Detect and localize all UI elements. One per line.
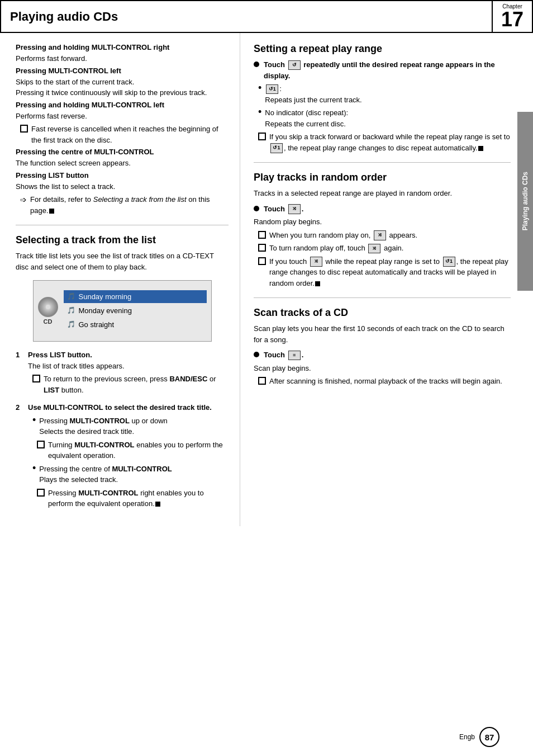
step-2-content: Use MULTI-CONTROL to select the desired …	[28, 402, 229, 512]
section-press-hold-left: Pressing and holding MULTI-CONTROL left …	[16, 101, 229, 146]
chapter-number: 17	[501, 10, 524, 30]
section-random: Play tracks in random order Tracks in a …	[254, 172, 511, 289]
check-fast-reverse: Fast reverse is cancelled when it reache…	[20, 124, 229, 145]
bullet-repeat-2: • No indicator (disc repeat):Repeats the…	[258, 107, 511, 129]
track-name-1: Sunday morning	[79, 292, 132, 301]
text-press-centre: The function select screen appears.	[16, 158, 229, 169]
heading-press-centre: Pressing the centre of MULTI-CONTROL	[16, 148, 229, 156]
track-name-3: Go straight	[79, 320, 115, 329]
track-item-1[interactable]: 🎵 Sunday morning	[64, 290, 207, 303]
track-item-3[interactable]: 🎵 Go straight	[64, 318, 207, 331]
track-icon-2: 🎵	[67, 306, 75, 314]
dot-text-scan: Touch ≡.	[264, 349, 303, 361]
heading-press-hold-left: Pressing and holding MULTI-CONTROL left	[16, 101, 229, 109]
checkbox-icon	[32, 375, 40, 382]
checkbox-icon	[258, 244, 266, 252]
check-repeat: If you skip a track forward or backward …	[258, 131, 511, 153]
footer-language: Engb	[459, 733, 475, 741]
cd-disc-icon	[38, 297, 58, 317]
check-random-1-text: When you turn random play on, ⤮ appears.	[269, 230, 417, 241]
track-item-2[interactable]: 🎵 Monday evening	[64, 304, 207, 317]
stop-icon	[478, 146, 483, 151]
dot-text-repeat: Touch ↺ repeatedly until the desired rep…	[264, 59, 511, 81]
divider-3	[254, 297, 511, 298]
title-select-track: Selecting a track from the list	[16, 234, 229, 246]
heading-press-list: Pressing LIST button	[16, 171, 229, 179]
dot-icon-scan	[254, 352, 259, 357]
header: Playing audio CDs Chapter 17	[0, 0, 533, 33]
check-scan-1-text: After scanning is finished, normal playb…	[269, 376, 502, 387]
right-column: Setting a repeat play range Touch ↺ repe…	[240, 33, 533, 526]
check-step-2-text: Turning MULTI-CONTROL enables you to per…	[48, 440, 229, 461]
step-2-heading: Use MULTI-CONTROL to select the desired …	[28, 403, 212, 412]
bullet-repeat-1: • ↺1:Repeats just the current track.	[258, 83, 511, 105]
side-tab: Playing audio CDs	[517, 112, 533, 291]
dot-text-random: Touch ⤮.	[264, 204, 303, 215]
repeat-icon-inline: ↺1	[270, 143, 283, 153]
stop-icon	[49, 209, 54, 214]
random-icon-1: ⤮	[374, 230, 386, 240]
repeat-touch-icon: ↺	[288, 60, 301, 70]
dot-bullet-repeat: Touch ↺ repeatedly until the desired rep…	[254, 59, 511, 81]
check-step-1: To return to the previous screen, press …	[32, 374, 229, 395]
bullet-step-2b: • Pressing the centre of MULTI-CONTROLPl…	[32, 464, 229, 485]
step-2: 2 Use MULTI-CONTROL to select the desire…	[16, 402, 229, 512]
left-column: Pressing and holding MULTI-CONTROL right…	[0, 33, 240, 526]
bullet-icon: •	[32, 415, 36, 425]
section-press-left: Pressing MULTI-CONTROL left Skips to the…	[16, 67, 229, 98]
checkbox-icon	[20, 125, 28, 133]
page-footer: Engb 87	[459, 727, 499, 747]
page-title: Playing audio CDs	[10, 10, 118, 24]
cd-label: CD	[44, 318, 53, 325]
text-scan-intro: Scan play lets you hear the first 10 sec…	[254, 323, 511, 345]
stop-icon	[155, 502, 160, 507]
text-press-left: Skips to the start of the current track.…	[16, 77, 229, 98]
check-fast-reverse-text: Fast reverse is cancelled when it reache…	[31, 124, 229, 145]
random-touch-icon: ⤮	[288, 204, 301, 214]
divider-2	[254, 162, 511, 163]
check-random-2: To turn random play off, touch ⤮ again.	[258, 243, 511, 254]
step-1-content: Press LIST button. The list of track tit…	[28, 349, 229, 398]
chapter-badge: Chapter 17	[492, 1, 532, 32]
random-icon-3: ⤮	[310, 257, 322, 267]
step-2-number: 2	[16, 402, 25, 413]
stop-icon	[315, 281, 320, 286]
cd-icon-area: CD	[38, 297, 58, 325]
heading-press-left: Pressing MULTI-CONTROL left	[16, 67, 229, 75]
bullet-repeat-2-text: No indicator (disc repeat):Repeats the c…	[265, 107, 348, 129]
arrow-icon: ➩	[20, 194, 27, 206]
step-1-body: The list of track titles appears.	[28, 362, 125, 370]
bullet-icon-r2: •	[258, 107, 261, 117]
random-icon-2: ⤮	[368, 244, 380, 254]
track-name-2: Monday evening	[79, 306, 132, 315]
title-random: Play tracks in random order	[254, 172, 511, 183]
bullet-repeat-1-text: ↺1:Repeats just the current track.	[265, 83, 361, 105]
checkbox-icon	[37, 441, 45, 448]
divider	[16, 225, 229, 225]
bullet-icon-r1: •	[258, 83, 261, 93]
check-step-2b: Pressing MULTI-CONTROL right enables you…	[37, 488, 229, 509]
check-random-1: When you turn random play on, ⤮ appears.	[258, 230, 511, 241]
bullet-icon-2b: •	[32, 463, 36, 473]
check-random-2-text: To turn random play off, touch ⤮ again.	[269, 243, 403, 254]
track-icon-3: 🎵	[67, 320, 75, 328]
side-tab-label: Playing audio CDs	[521, 172, 529, 230]
section-press-list: Pressing LIST button Shows the list to s…	[16, 171, 229, 216]
heading-press-hold-right: Pressing and holding MULTI-CONTROL right	[16, 43, 229, 51]
check-step-2b-text: Pressing MULTI-CONTROL right enables you…	[48, 488, 229, 509]
checkbox-icon	[258, 133, 266, 140]
bullet-step-2: • Pressing MULTI-CONTROL up or downSelec…	[32, 415, 229, 437]
text-press-list: Shows the list to select a track.	[16, 181, 229, 192]
dot-bullet-random: Touch ⤮.	[254, 204, 511, 215]
text-press-hold-left: Performs fast reverse.	[16, 111, 229, 122]
title-repeat: Setting a repeat play range	[254, 43, 511, 55]
checkbox-icon	[258, 231, 266, 239]
section-press-centre: Pressing the centre of MULTI-CONTROL The…	[16, 148, 229, 169]
check-random-3: If you touch ⤮ while the repeat play ran…	[258, 256, 511, 289]
check-repeat-text: If you skip a track forward or backward …	[269, 131, 511, 153]
track-display-box: CD 🎵 Sunday morning 🎵 Monday evening 🎵	[33, 280, 212, 342]
check-step-1-text: To return to the previous screen, press …	[44, 374, 229, 395]
bullet-step-2-text: Pressing MULTI-CONTROL up or downSelects…	[39, 415, 168, 437]
check-scan-1: After scanning is finished, normal playb…	[258, 376, 511, 387]
scan-touch-icon: ≡	[288, 351, 301, 361]
